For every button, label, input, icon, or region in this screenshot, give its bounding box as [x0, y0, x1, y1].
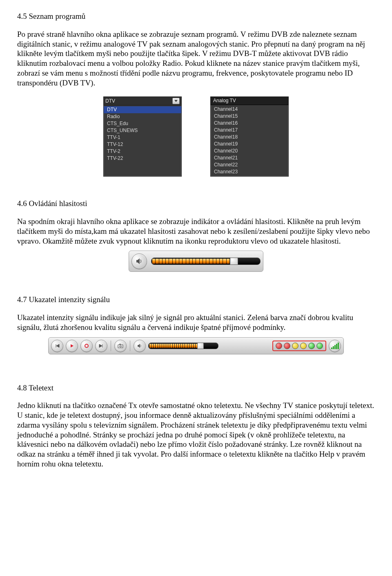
list-item[interactable]: CTS_Edu — [104, 120, 181, 127]
list-item[interactable]: TTV-2 — [104, 148, 181, 155]
svg-rect-1 — [118, 345, 123, 348]
analog-list[interactable]: Channel14Channel15Channel16Channel17Chan… — [211, 105, 288, 176]
volume-slider-small[interactable] — [148, 343, 218, 349]
para-4-6: Na spodním okraji hlavního okna aplikace… — [17, 217, 375, 246]
heading-4-8: 4.8 Teletext — [17, 383, 375, 393]
signal-dot-red — [276, 343, 282, 349]
para-4-8: Jedno kliknutí na tlačítko označené Tx o… — [17, 401, 375, 468]
speaker-icon — [135, 257, 143, 265]
para-4-5: Po pravé straně hlavního okna aplikace s… — [17, 29, 375, 88]
list-item[interactable]: Channel21 — [211, 155, 288, 161]
play-icon — [69, 343, 74, 348]
volume-control-screenshot — [17, 251, 375, 272]
separator — [111, 341, 111, 351]
play-button[interactable] — [66, 340, 78, 352]
chevron-down-icon[interactable] — [172, 98, 180, 104]
list-item[interactable]: Channel16 — [211, 120, 288, 127]
volume-slider[interactable] — [151, 258, 261, 265]
list-item[interactable]: DTV — [104, 106, 181, 113]
list-item[interactable]: CTS_UNEWS — [104, 127, 181, 134]
list-item[interactable]: Channel19 — [211, 141, 288, 148]
program-list-screenshots: DTV DTVRadioCTS_EduCTS_UNEWSTTV-1TTV-12T… — [17, 96, 375, 177]
next-button[interactable] — [95, 340, 107, 352]
svg-rect-3 — [119, 344, 121, 345]
mute-button-small[interactable] — [134, 340, 146, 352]
signal-bars-button[interactable] — [329, 340, 341, 352]
analog-header-label: Analog TV — [213, 98, 236, 103]
record-button[interactable] — [80, 340, 93, 352]
prev-icon — [55, 343, 60, 348]
para-4-7: Ukazatel intenzity signálu indikuje jak … — [17, 313, 375, 332]
volume-thumb[interactable] — [230, 258, 238, 265]
signal-bar-screenshot — [17, 337, 375, 354]
list-item[interactable]: TTV-22 — [104, 155, 181, 162]
record-icon — [84, 343, 89, 348]
camera-icon — [118, 343, 123, 348]
bars-icon — [330, 342, 340, 350]
volume-thumb-small[interactable] — [197, 343, 204, 349]
mute-button[interactable] — [131, 253, 147, 269]
signal-dot-red — [284, 343, 290, 349]
dtv-dropdown-label: DTV — [105, 98, 115, 104]
analog-panel: Analog TV Channel14Channel15Channel16Cha… — [210, 96, 289, 177]
svg-point-0 — [85, 344, 88, 347]
list-item[interactable]: Channel20 — [211, 148, 288, 155]
list-item[interactable]: Channel17 — [211, 127, 288, 134]
separator — [130, 341, 130, 351]
signal-dot-yellow — [300, 343, 307, 349]
next-icon — [99, 343, 104, 348]
list-item[interactable]: Channel18 — [211, 134, 288, 141]
svg-point-2 — [120, 345, 121, 347]
heading-4-5: 4.5 Seznam programů — [17, 11, 375, 21]
analog-header: Analog TV — [211, 97, 288, 105]
list-item[interactable]: Channel22 — [211, 161, 288, 168]
list-item[interactable]: TTV-1 — [104, 134, 181, 141]
signal-dot-yellow — [292, 343, 298, 349]
prev-button[interactable] — [51, 340, 63, 352]
signal-dot-green — [316, 343, 323, 349]
signal-dot-green — [308, 343, 315, 349]
list-item[interactable]: TTV-12 — [104, 141, 181, 148]
signal-indicator — [272, 341, 326, 351]
heading-4-6: 4.6 Ovládání hlasitosti — [17, 199, 375, 208]
dtv-panel: DTV DTVRadioCTS_EduCTS_UNEWSTTV-1TTV-12T… — [103, 96, 182, 177]
speaker-icon — [137, 343, 143, 349]
list-item[interactable]: Radio — [104, 113, 181, 120]
list-item[interactable]: Channel15 — [211, 113, 288, 120]
snapshot-button[interactable] — [114, 340, 127, 352]
dtv-dropdown[interactable]: DTV — [104, 97, 181, 105]
heading-4-7: 4.7 Ukazatel intenzity signálu — [17, 295, 375, 305]
list-item[interactable]: Channel14 — [211, 106, 288, 113]
dtv-list[interactable]: DTVRadioCTS_EduCTS_UNEWSTTV-1TTV-12TTV-2… — [104, 105, 181, 163]
list-item[interactable]: Channel23 — [211, 168, 288, 175]
